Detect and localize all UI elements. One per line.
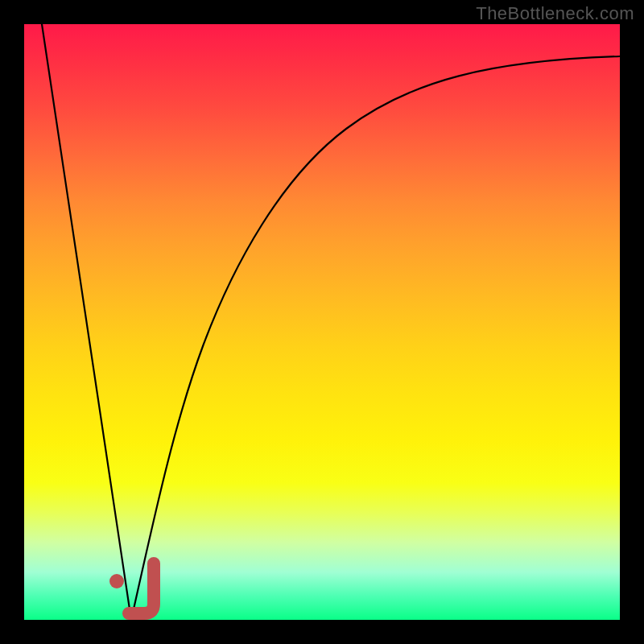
line-descending [42, 24, 131, 620]
curve-ascending [131, 56, 620, 620]
chart-plot-area [24, 24, 620, 620]
watermark-text: TheBottleneck.com [476, 3, 634, 24]
chart-svg [24, 24, 620, 620]
j-marker-dot [109, 574, 124, 588]
